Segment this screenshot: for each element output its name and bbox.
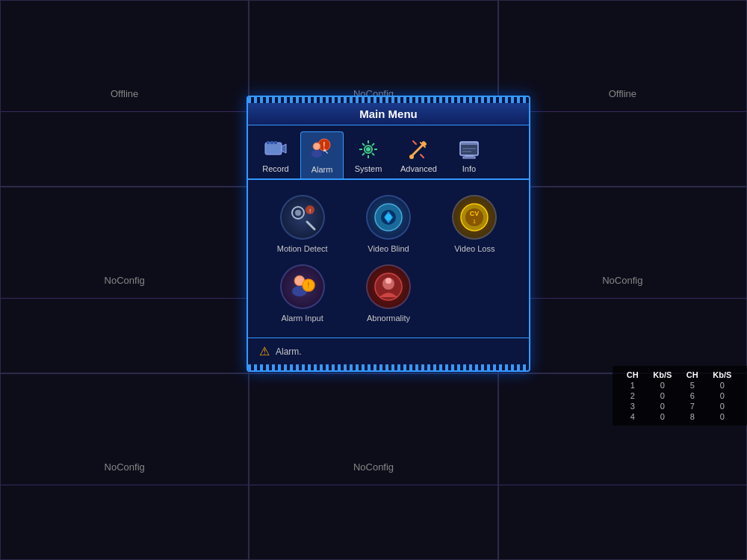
svg-rect-31 [463,157,475,158]
status-message: Alarm. [276,346,302,357]
video-blind-label: Video Blind [368,244,409,253]
svg-point-33 [295,210,301,216]
motion-detect-item[interactable]: ! Motion Detect [263,195,341,253]
svg-marker-1 [282,144,286,153]
stats-panel: CH Kb/S CH Kb/S 10 50 20 60 30 70 40 80 [613,366,747,426]
svg-rect-2 [267,141,270,144]
svg-line-16 [372,153,374,155]
camera-cell-1: Offline [0,0,249,187]
tab-system-label: System [355,164,382,173]
svg-point-7 [313,143,320,150]
tab-info[interactable]: Info [447,131,491,178]
menu-title-bar: Main Menu [248,103,529,125]
motion-detect-label: Motion Detect [277,244,328,253]
svg-line-20 [412,144,424,156]
svg-line-17 [372,143,374,146]
alarm-icon-grid-row2: ! Alarm Input Abnorm [263,264,514,323]
svg-text:1: 1 [473,218,477,225]
system-tab-icon [355,136,382,163]
tab-bar: Record ! ↖ Alarm [248,125,529,180]
camera-cell-7: NoConfig [0,373,249,560]
camera-cell-4: NoConfig [0,187,249,373]
camera-label-6: NoConfig [602,275,642,286]
svg-rect-27 [460,142,478,145]
dotted-border-top [248,97,529,103]
svg-rect-3 [270,141,273,144]
main-menu-overlay: Main Menu Record [247,96,530,372]
stats-header-ch1: CH [620,370,645,380]
abnormality-icon [366,264,411,309]
camera-cell-6: NoConfig [498,187,747,373]
empty-cell [436,264,514,323]
record-tab-icon [262,136,289,163]
alarm-icon-grid: ! Motion Detect Vide [263,195,514,253]
tab-record[interactable]: Record [254,131,297,178]
video-loss-item[interactable]: CV 1 Video Loss [436,195,514,253]
abnormality-label: Abnormality [367,314,410,323]
stats-row-1: 10 50 [620,380,740,391]
video-loss-icon: CV 1 [452,195,497,240]
video-loss-label: Video Loss [454,244,495,253]
alarm-tab-icon: ! ↖ [309,137,335,164]
svg-rect-4 [274,141,277,144]
camera-label-3: Offline [609,88,636,99]
svg-text:↖: ↖ [323,147,329,155]
status-bar: ⚠ Alarm. [248,337,529,364]
video-blind-icon [366,195,411,240]
menu-title: Main Menu [359,108,418,120]
svg-text:!: ! [309,208,311,214]
camera-label-8: NoConfig [353,461,394,473]
svg-point-23 [409,155,414,159]
alarm-input-label: Alarm Input [282,314,323,323]
abnormality-item[interactable]: Abnormality [349,264,427,323]
motion-detect-icon: ! [280,195,325,240]
svg-line-25 [421,155,424,158]
camera-cell-3: Offline [498,0,747,187]
stats-row-3: 30 70 [620,401,740,411]
tab-info-label: Info [462,164,476,173]
dotted-border-bottom [248,364,529,370]
main-menu-container: Main Menu Record [247,96,530,372]
camera-label-7: NoConfig [105,461,145,473]
tab-advanced-label: Advanced [400,164,437,173]
info-tab-icon [456,136,483,163]
tab-advanced[interactable]: Advanced [393,131,444,178]
svg-text:!: ! [307,281,309,290]
svg-point-8 [311,150,322,158]
camera-label-4: NoConfig [105,275,145,286]
stats-header-kbs1: Kb/S [645,370,680,380]
camera-cell-8: NoConfig [249,373,498,560]
alarm-input-icon: ! [280,264,325,309]
svg-point-39 [385,214,391,220]
svg-line-24 [413,141,416,144]
advanced-tab-icon [405,136,432,163]
stats-row-2: 20 60 [620,391,740,401]
video-blind-item[interactable]: Video Blind [349,195,427,253]
tab-alarm[interactable]: ! ↖ Alarm [300,131,344,178]
svg-line-18 [362,153,365,155]
alarm-input-item[interactable]: ! Alarm Input [263,264,341,323]
svg-rect-0 [265,143,282,155]
tab-alarm-label: Alarm [311,165,333,174]
stats-header-ch2: CH [680,370,705,380]
svg-point-19 [366,147,371,152]
menu-content: ! Motion Detect Vide [248,180,529,337]
svg-point-50 [385,278,391,284]
svg-line-22 [424,143,425,144]
tab-record-label: Record [262,164,288,173]
stats-header-kbs2: Kb/S [705,370,740,380]
svg-text:CV: CV [470,210,480,217]
warning-icon: ⚠ [259,344,270,358]
svg-line-15 [362,143,365,146]
stats-row-4: 40 80 [620,411,740,422]
tab-system[interactable]: System [347,131,390,178]
camera-label-1: Offline [111,88,138,99]
